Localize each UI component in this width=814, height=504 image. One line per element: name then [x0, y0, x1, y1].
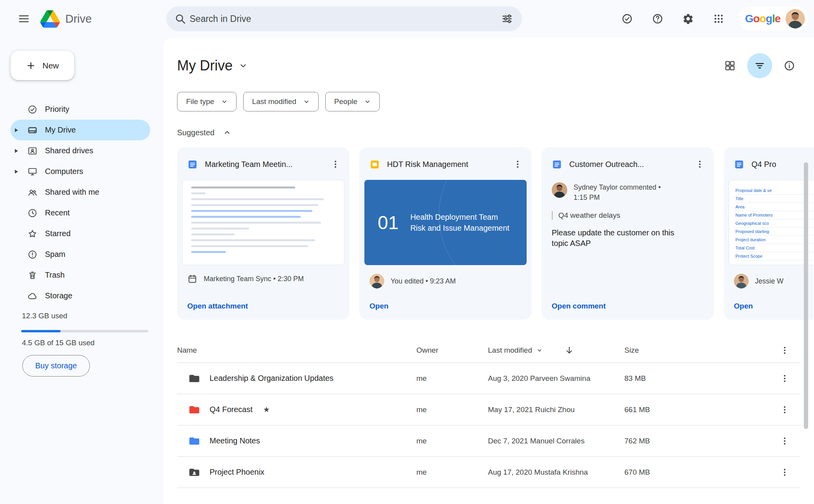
suggested-card-marketing[interactable]: Marketing Team Meetin...	[177, 147, 350, 320]
spam-icon	[27, 249, 38, 260]
sidebar-item-my-drive[interactable]: My Drive	[11, 120, 150, 140]
table-row-meeting-notes[interactable]: Meeting Notes me Dec 7, 2021 Manuel Corr…	[177, 425, 800, 457]
table-row-leadership[interactable]: Leadership & Organization Updates me Aug…	[177, 363, 800, 394]
table-row-q4-forecast[interactable]: Q4 Forecast ★ me May 17, 2021 Ruichi Zho…	[177, 394, 800, 425]
header-last-modified[interactable]: Last modified	[488, 345, 624, 355]
storage-summary: 12.3 GB used 4.5 GB of 15 GB used Buy st…	[0, 312, 163, 377]
expand-caret-icon[interactable]	[15, 149, 18, 153]
open-attachment-link[interactable]: Open attachment	[177, 302, 350, 320]
google-docs-icon	[187, 159, 198, 170]
file-table: Name Owner Last modified Size Leadership…	[177, 338, 800, 488]
row-menu-button[interactable]	[777, 371, 792, 386]
header-label: Last modified	[488, 346, 532, 355]
file-size: 670 MB	[624, 468, 769, 477]
collapse-suggested-button[interactable]	[222, 128, 232, 137]
slide-preview-thumbnail[interactable]: 01 Health Deployment TeamRisk and Issue …	[364, 180, 527, 265]
file-type-filter-chip[interactable]: File type	[177, 92, 237, 111]
document-preview-thumbnail[interactable]: Proposal date & ve Title Area Name of Pr…	[729, 180, 814, 265]
row-menu-button[interactable]	[777, 465, 792, 480]
new-button[interactable]: New	[11, 51, 74, 80]
header-menu-button[interactable]	[769, 346, 800, 355]
sidebar-item-recent[interactable]: Recent	[11, 203, 150, 223]
card-menu-button[interactable]	[510, 156, 525, 172]
vertical-scrollbar-thumb[interactable]	[804, 162, 808, 429]
sidebar-item-trash[interactable]: Trash	[11, 265, 150, 285]
filter-chip-row: File type Last modified People	[177, 92, 800, 111]
star-icon	[27, 229, 38, 239]
commenter-avatar	[552, 182, 567, 198]
priority-icon	[27, 104, 38, 115]
header-name[interactable]: Name	[177, 346, 416, 355]
drive-logo-icon[interactable]	[40, 10, 60, 28]
filter-lines-icon	[754, 60, 766, 72]
expand-caret-icon[interactable]	[15, 170, 18, 174]
folder-icon	[188, 435, 201, 447]
offline-status-button[interactable]	[616, 8, 638, 30]
header-owner[interactable]: Owner	[416, 346, 488, 355]
table-row-project-phoenix[interactable]: Project Phoenix me Aug 17, 2020 Mustafa …	[177, 457, 800, 488]
account-chip[interactable]: Google	[738, 7, 808, 31]
sort-descending-arrow-icon[interactable]	[564, 345, 574, 355]
card-title: Marketing Team Meetin...	[205, 160, 321, 169]
storage-progress-bar	[21, 330, 148, 332]
chevron-down-icon	[364, 98, 371, 106]
search-button[interactable]	[171, 9, 190, 28]
filter-button[interactable]	[747, 53, 772, 78]
row-menu-button[interactable]	[777, 402, 792, 418]
search-icon	[174, 13, 186, 25]
file-owner: me	[416, 374, 488, 383]
file-size: 762 MB	[624, 437, 769, 445]
file-size: 83 MB	[624, 374, 769, 383]
sidebar-item-starred[interactable]: Starred	[11, 223, 150, 244]
suggested-heading: Suggested	[177, 128, 215, 137]
card-meta-text: Marketing Team Sync • 2:30 PM	[204, 275, 304, 283]
title-dropdown-caret-icon[interactable]	[238, 61, 248, 71]
sidebar-item-storage[interactable]: Storage	[11, 285, 150, 306]
slide-title: Health Deployment TeamRisk and Issue Man…	[410, 212, 509, 233]
apps-grid-icon	[713, 13, 724, 24]
card-menu-button[interactable]	[692, 156, 708, 172]
open-link[interactable]: Open	[359, 302, 532, 320]
shared-with-me-icon	[27, 187, 38, 197]
storage-quota-text: 4.5 GB of 15 GB used	[22, 339, 163, 347]
hamburger-menu-button[interactable]	[13, 8, 35, 30]
buy-storage-button[interactable]: Buy storage	[22, 355, 90, 377]
sidebar-item-priority[interactable]: Priority	[11, 99, 150, 120]
file-name: Meeting Notes	[210, 436, 260, 445]
file-size: 661 MB	[624, 405, 769, 414]
file-owner: me	[416, 468, 488, 477]
row-menu-button[interactable]	[777, 433, 792, 449]
file-table-header: Name Owner Last modified Size	[177, 338, 800, 363]
settings-button[interactable]	[677, 8, 699, 30]
user-avatar[interactable]	[785, 9, 805, 29]
chevron-down-icon	[303, 98, 310, 106]
slide-number: 01	[378, 212, 398, 233]
search-input[interactable]	[190, 14, 498, 24]
sidebar-item-computers[interactable]: Computers	[11, 161, 150, 182]
sidebar-item-shared-with-me[interactable]: Shared with me	[11, 182, 150, 203]
document-preview-thumbnail[interactable]	[182, 180, 344, 265]
sidebar-item-shared-drives[interactable]: Shared drives	[11, 140, 150, 161]
people-filter-chip[interactable]: People	[325, 92, 380, 111]
suggested-card-q4-proposal[interactable]: Q4 Pro Proposal date & ve Title Area Nam…	[724, 147, 814, 320]
sidebar-item-spam[interactable]: Spam	[11, 244, 150, 265]
card-menu-button[interactable]	[328, 156, 343, 172]
google-apps-button[interactable]	[708, 8, 730, 30]
details-button[interactable]	[778, 55, 800, 77]
last-modified-filter-chip[interactable]: Last modified	[243, 92, 319, 111]
comment-body: Please update the customer on this topic…	[552, 228, 688, 249]
suggested-card-hdt-risk[interactable]: HDT Risk Management 01 Health Deployment…	[359, 147, 532, 320]
editor-avatar	[734, 274, 749, 289]
suggested-card-customer-outreach[interactable]: Customer Outreach... Sydney Taylor comme…	[541, 147, 714, 320]
header-size[interactable]: Size	[624, 346, 769, 355]
open-comment-link[interactable]: Open comment	[541, 302, 714, 320]
help-button[interactable]	[647, 8, 669, 30]
app-name: Drive	[65, 13, 92, 25]
expand-caret-icon[interactable]	[15, 128, 18, 132]
advanced-search-button[interactable]	[498, 9, 516, 28]
open-link[interactable]: Open	[724, 302, 814, 320]
chip-label: Last modified	[252, 97, 296, 106]
grid-view-button[interactable]	[719, 55, 741, 77]
file-owner: me	[416, 405, 488, 414]
gear-icon	[682, 13, 694, 25]
